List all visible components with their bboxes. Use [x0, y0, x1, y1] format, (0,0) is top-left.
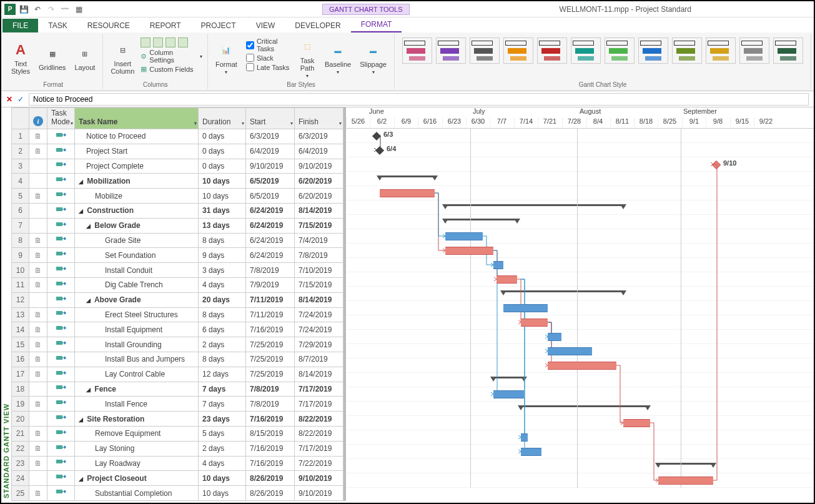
summary-bar[interactable] [445, 219, 517, 224]
table-row[interactable]: 12 ◢ Above Grade 20 days 7/11/2019 8/14/… [12, 292, 343, 307]
gantt-row[interactable] [346, 287, 814, 301]
table-row[interactable]: 2 🗎 Project Start 0 days 6/4/2019 6/4/20… [12, 144, 343, 159]
table-row[interactable]: 13 🗎 Erect Steel Structures 8 days 7/11/… [12, 307, 343, 322]
table-row[interactable]: 5 🗎 Mobilize 10 days 6/5/2019 6/20/2019 [12, 189, 343, 204]
tab-resource[interactable]: RESOURCE [77, 19, 140, 32]
milestone[interactable] [712, 161, 721, 169]
gantt-row[interactable]: 6/3 [346, 129, 814, 143]
task-bar[interactable] [521, 319, 548, 327]
tab-developer[interactable]: DEVELOPER [285, 19, 350, 32]
critical-tasks-checkbox[interactable]: Critical Tasks [246, 37, 292, 52]
gantt-row[interactable] [346, 200, 814, 215]
task-path-button[interactable]: ⬚Task Path▾ [296, 35, 319, 81]
style-swatch[interactable] [706, 37, 736, 64]
tab-view[interactable]: VIEW [246, 19, 285, 32]
gantt-row[interactable] [346, 430, 814, 445]
table-row[interactable]: 20 ◢ Site Restoration 23 days 7/16/2019 … [12, 412, 343, 427]
task-bar[interactable] [445, 247, 493, 255]
task-bar[interactable] [521, 433, 528, 442]
style-swatch[interactable] [773, 37, 803, 64]
entry-bar[interactable] [29, 93, 809, 106]
gantt-row[interactable] [346, 402, 814, 416]
task-bar[interactable] [496, 275, 517, 284]
layout-button[interactable]: ⊞Layout [72, 35, 97, 81]
style-swatch[interactable] [672, 37, 702, 64]
accept-icon[interactable]: ✓ [17, 95, 24, 104]
table-row[interactable]: 16 🗎 Install Bus and Jumpers 8 days 7/25… [12, 352, 343, 367]
custom-fields-button[interactable]: ▦Custom Fields [141, 65, 202, 73]
summary-bar[interactable] [380, 175, 435, 181]
task-bar[interactable] [445, 232, 483, 240]
table-row[interactable]: 3 Project Complete 0 days 9/10/2019 9/10… [12, 159, 343, 174]
summary-bar[interactable] [493, 377, 524, 382]
tab-report[interactable]: REPORT [140, 19, 191, 32]
table-row[interactable]: 1 🗎 Notice to Proceed 0 days 6/3/2019 6/… [12, 129, 343, 144]
gantt-row[interactable] [346, 172, 814, 186]
collapse-icon[interactable]: ◢ [79, 179, 85, 185]
table-row[interactable]: 7 ◢ Below Grade 13 days 6/24/2019 7/15/2… [12, 218, 343, 233]
style-swatch[interactable] [605, 37, 635, 64]
task-bar[interactable] [503, 304, 548, 312]
gantt-row[interactable] [346, 416, 814, 430]
table-row[interactable]: 17 🗎 Lay Control Cable 12 days 7/25/2019… [12, 367, 343, 382]
task-bar[interactable] [380, 189, 435, 197]
style-swatch[interactable] [739, 37, 769, 64]
table-row[interactable]: 19 🗎 Install Fence 7 days 7/8/2019 7/17/… [12, 397, 343, 412]
activity-icon[interactable]: 〰 [59, 3, 71, 16]
task-table[interactable]: i Task Mode▾ Task Name▾ Duration▾ Start▾… [11, 107, 343, 501]
summary-bar[interactable] [445, 204, 623, 210]
gantt-row[interactable]: 9/10 [346, 157, 814, 172]
tab-task[interactable]: TASK [38, 19, 77, 32]
gantt-row[interactable] [346, 387, 814, 402]
gantt-row[interactable] [346, 301, 814, 315]
table-row[interactable]: 9 🗎 Set Foundation 9 days 6/24/2019 7/8/… [12, 248, 343, 263]
gantt-row[interactable] [346, 272, 814, 287]
task-bar[interactable] [658, 477, 713, 485]
milestone[interactable] [372, 132, 381, 141]
table-row[interactable]: 15 🗎 Install Grounding 2 days 7/25/2019 … [12, 337, 343, 352]
table-row[interactable]: 6 ◢ Construction 31 days 6/24/2019 8/14/… [12, 203, 343, 218]
collapse-icon[interactable]: ◢ [79, 417, 85, 423]
gantt-row[interactable] [346, 373, 814, 387]
collapse-icon[interactable]: ◢ [79, 208, 85, 214]
task-bar[interactable] [548, 347, 592, 355]
save-icon[interactable]: 💾 [17, 3, 30, 16]
gantt-row[interactable] [346, 229, 814, 244]
table-row[interactable]: 24 ◢ Project Closeout 10 days 8/26/2019 … [12, 471, 343, 486]
task-bar[interactable] [493, 390, 524, 398]
style-swatch[interactable] [503, 37, 533, 64]
table-row[interactable]: 22 🗎 Lay Stoning 2 days 7/16/2019 7/17/2… [12, 441, 343, 456]
tab-format[interactable]: FORMAT [351, 17, 402, 32]
collapse-icon[interactable]: ◢ [86, 297, 92, 304]
slack-checkbox[interactable]: Slack [246, 54, 292, 62]
table-row[interactable]: 21 🗎 Remove Equipment 5 days 8/15/2019 8… [12, 426, 343, 441]
gantt-row[interactable] [346, 344, 814, 358]
gantt-row[interactable] [346, 330, 814, 344]
gantt-row[interactable] [346, 244, 814, 258]
table-row[interactable]: 23 🗎 Lay Roadway 4 days 7/16/2019 7/22/2… [12, 456, 343, 471]
gantt-style-gallery[interactable] [400, 35, 806, 81]
calendar-icon[interactable]: ▦ [72, 3, 85, 16]
format-button[interactable]: 📊Format▾ [213, 35, 240, 81]
gantt-row[interactable]: 6/4 [346, 143, 814, 157]
undo-icon[interactable]: ↶ [31, 3, 44, 16]
late-tasks-checkbox[interactable]: Late Tasks [246, 63, 292, 71]
style-swatch[interactable] [571, 37, 601, 64]
cancel-icon[interactable]: ✕ [6, 95, 12, 104]
task-bar[interactable] [548, 362, 616, 370]
gantt-row[interactable] [346, 459, 814, 473]
task-bar[interactable] [493, 261, 503, 269]
align-left-button[interactable] [141, 37, 202, 47]
gantt-row[interactable] [346, 186, 814, 200]
table-row[interactable]: 11 🗎 Dig Cable Trench 4 days 7/9/2019 7/… [12, 277, 343, 292]
collapse-icon[interactable]: ◢ [86, 387, 92, 393]
gantt-row[interactable] [346, 315, 814, 330]
task-bar[interactable] [521, 448, 541, 456]
style-swatch[interactable] [638, 37, 668, 64]
table-row[interactable]: 8 🗎 Grade Site 8 days 6/24/2019 7/4/2019 [12, 233, 343, 248]
tab-project[interactable]: PROJECT [191, 19, 246, 32]
task-bar[interactable] [548, 333, 561, 341]
column-settings-button[interactable]: ⚙Column Settings ▾ [141, 49, 202, 64]
gantt-row[interactable] [346, 358, 814, 373]
style-swatch[interactable] [470, 37, 500, 64]
